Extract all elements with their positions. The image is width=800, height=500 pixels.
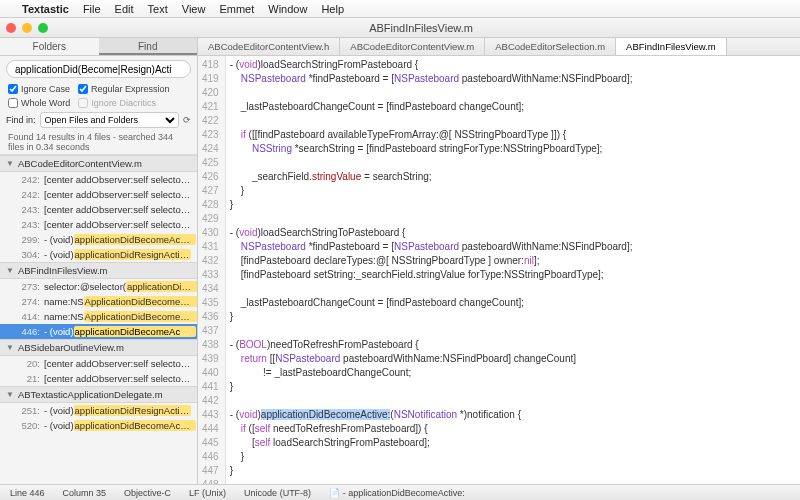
editor-pane: ABCodeEditorContentView.hABCodeEditorCon… bbox=[198, 38, 800, 484]
window-title: ABFindInFilesView.m bbox=[48, 22, 794, 34]
window-close-button[interactable] bbox=[6, 23, 16, 33]
result-row[interactable]: 299:- (void)applicationDidBecomeActive:(… bbox=[0, 232, 197, 247]
menu-emmet[interactable]: Emmet bbox=[219, 3, 254, 15]
opt-ignore-diacritics[interactable]: Ignore Diacritics bbox=[78, 98, 156, 108]
window-titlebar: ABFindInFilesView.m bbox=[0, 18, 800, 38]
menu-help[interactable]: Help bbox=[321, 3, 344, 15]
disclosure-icon: ▼ bbox=[6, 266, 14, 275]
sidebar-tab-folders[interactable]: Folders bbox=[0, 38, 99, 55]
search-results: ▼ ABCodeEditorContentView.m242:[center a… bbox=[0, 155, 197, 484]
result-row[interactable]: 446:- (void)applicationDidBecomeActive:(… bbox=[0, 324, 197, 339]
status-symbol[interactable]: 📄 - applicationDidBecomeActive: bbox=[325, 488, 469, 498]
opt-whole-word[interactable]: Whole Word bbox=[8, 98, 70, 108]
result-row[interactable]: 273:selector:@selector(applicationDidBec… bbox=[0, 279, 197, 294]
menu-file[interactable]: File bbox=[83, 3, 101, 15]
findin-select[interactable]: Open Files and Folders bbox=[40, 112, 179, 128]
result-row[interactable]: 242:[center addObserver:self selector:@s… bbox=[0, 172, 197, 187]
status-column[interactable]: Column 35 bbox=[59, 488, 111, 498]
sidebar: Folders Find Ignore Case Regular Express… bbox=[0, 38, 198, 484]
line-gutter: 4184194204214224234244254264274284294304… bbox=[198, 56, 226, 484]
result-row[interactable]: 20:[center addObserver:self selector:@se… bbox=[0, 356, 197, 371]
result-row[interactable]: 251:- (void)applicationDidResignActive:(… bbox=[0, 403, 197, 418]
system-menubar: Textastic File Edit Text View Emmet Wind… bbox=[0, 0, 800, 18]
editor-tab[interactable]: ABFindInFilesView.m bbox=[616, 38, 727, 55]
search-input[interactable] bbox=[6, 60, 191, 78]
sidebar-tab-find[interactable]: Find bbox=[99, 38, 198, 55]
window-minimize-button[interactable] bbox=[22, 23, 32, 33]
opt-regex[interactable]: Regular Expression bbox=[78, 84, 170, 94]
result-row[interactable]: 414:name:NSApplicationDidBecomeActiveNot… bbox=[0, 309, 197, 324]
result-file-header[interactable]: ▼ ABCodeEditorContentView.m bbox=[0, 155, 197, 172]
editor-tab[interactable]: ABCodeEditorContentView.m bbox=[340, 38, 485, 55]
result-row[interactable]: 520:- (void)applicationDidBecomeActive:(… bbox=[0, 418, 197, 433]
result-file-header[interactable]: ▼ ABTextasticApplicationDelegate.m bbox=[0, 386, 197, 403]
status-encoding[interactable]: Unicode (UTF-8) bbox=[240, 488, 315, 498]
code-text[interactable]: - (void)loadSearchStringFromPasteboard {… bbox=[226, 56, 637, 484]
menu-text[interactable]: Text bbox=[148, 3, 168, 15]
menu-window[interactable]: Window bbox=[268, 3, 307, 15]
findin-refresh-icon[interactable]: ⟳ bbox=[183, 115, 191, 125]
result-row[interactable]: 304:- (void)applicationDidResignActive:(… bbox=[0, 247, 197, 262]
disclosure-icon: ▼ bbox=[6, 343, 14, 352]
status-eol[interactable]: LF (Unix) bbox=[185, 488, 230, 498]
status-bar: Line 446 Column 35 Objective-C LF (Unix)… bbox=[0, 484, 800, 500]
result-row[interactable]: 243:[center addObserver:self selector:@s… bbox=[0, 217, 197, 232]
opt-ignore-case[interactable]: Ignore Case bbox=[8, 84, 70, 94]
window-zoom-button[interactable] bbox=[38, 23, 48, 33]
disclosure-icon: ▼ bbox=[6, 159, 14, 168]
disclosure-icon: ▼ bbox=[6, 390, 14, 399]
search-status: Found 14 results in 4 files - searched 3… bbox=[0, 130, 197, 155]
code-area[interactable]: 4184194204214224234244254264274284294304… bbox=[198, 56, 800, 484]
editor-tabs: ABCodeEditorContentView.hABCodeEditorCon… bbox=[198, 38, 800, 56]
result-row[interactable]: 243:[center addObserver:self selector:@s… bbox=[0, 202, 197, 217]
status-language[interactable]: Objective-C bbox=[120, 488, 175, 498]
result-file-header[interactable]: ▼ ABFindInFilesView.m bbox=[0, 262, 197, 279]
editor-tab[interactable]: ABCodeEditorContentView.h bbox=[198, 38, 340, 55]
result-row[interactable]: 21:[center addObserver:self selector:@se… bbox=[0, 371, 197, 386]
menu-view[interactable]: View bbox=[182, 3, 206, 15]
result-file-header[interactable]: ▼ ABSidebarOutlineView.m bbox=[0, 339, 197, 356]
status-line[interactable]: Line 446 bbox=[6, 488, 49, 498]
result-row[interactable]: 274:name:NSApplicationDidBecomeActiveNot… bbox=[0, 294, 197, 309]
menu-app[interactable]: Textastic bbox=[22, 3, 69, 15]
result-row[interactable]: 242:[center addObserver:self selector:@s… bbox=[0, 187, 197, 202]
findin-label: Find in: bbox=[6, 115, 36, 125]
editor-tab[interactable]: ABCodeEditorSelection.m bbox=[485, 38, 616, 55]
menu-edit[interactable]: Edit bbox=[115, 3, 134, 15]
